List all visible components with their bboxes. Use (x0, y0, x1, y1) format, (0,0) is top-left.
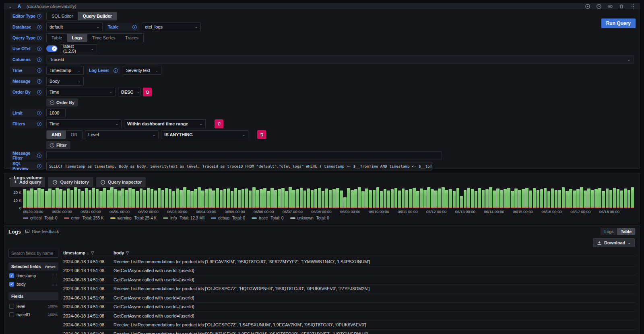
volume-bar[interactable] (85, 188, 88, 208)
run-query-button[interactable]: Run Query (601, 18, 636, 28)
volume-bar[interactable] (522, 189, 525, 208)
otel-version-select[interactable]: latest (1.2.9)⌄ (60, 44, 97, 53)
volume-bar[interactable] (464, 190, 467, 208)
volume-bar[interactable] (292, 190, 295, 208)
info-icon[interactable]: i (37, 47, 41, 51)
volume-bar[interactable] (176, 189, 179, 208)
table-row[interactable]: 2024-06-18 14:51:08Receive ListRecommend… (63, 284, 636, 293)
info-icon[interactable]: i (37, 14, 41, 18)
table-row[interactable]: 2024-06-18 14:51:08GetCartAsync called w… (63, 266, 636, 275)
volume-bar[interactable] (533, 188, 536, 208)
volume-bar[interactable] (136, 191, 139, 208)
query-ref-id[interactable]: A (17, 4, 21, 9)
editor-type-sql-editor[interactable]: SQL Editor (47, 12, 78, 20)
table-row[interactable]: 2024-06-18 14:51:08Receive ListRecommend… (63, 320, 636, 330)
table-row[interactable]: 2024-06-18 14:51:08GetCartAsync called w… (63, 311, 636, 320)
volume-bar[interactable] (438, 189, 441, 208)
volume-bar[interactable] (194, 189, 197, 208)
message-filter-input[interactable] (46, 151, 442, 160)
volume-bar[interactable] (373, 190, 376, 208)
volume-bar[interactable] (103, 188, 106, 208)
table-row[interactable]: 2024-06-18 14:51:08GetCartAsync called w… (63, 293, 636, 302)
volume-bar[interactable] (70, 190, 74, 208)
volume-bar[interactable] (456, 188, 460, 208)
legend-item-error[interactable]: errorTotal: 255 K (64, 216, 104, 220)
volume-bar[interactable] (329, 190, 332, 208)
volume-bar[interactable] (627, 190, 631, 208)
info-icon[interactable]: i (37, 57, 41, 62)
volume-bar[interactable] (576, 189, 580, 208)
volume-bar[interactable] (260, 189, 263, 208)
volume-bar[interactable] (114, 189, 117, 208)
editor-type-query-builder[interactable]: Query Builder (78, 12, 117, 20)
legend-item-info[interactable]: infoTotal: 12.3 Mil (163, 216, 204, 220)
volume-bar[interactable] (427, 187, 430, 208)
volume-bar[interactable] (514, 189, 518, 208)
volume-bar[interactable] (227, 189, 230, 208)
field-checkbox[interactable] (9, 312, 14, 317)
volume-bar[interactable] (394, 188, 398, 208)
query-type-logs[interactable]: Logs (67, 34, 87, 42)
volume-bar[interactable] (234, 188, 237, 208)
volume-bar[interactable] (216, 188, 219, 208)
volume-bar[interactable] (504, 189, 507, 208)
volume-bar[interactable] (380, 191, 383, 208)
field-checkbox[interactable]: ✓ (9, 282, 14, 287)
volume-bar[interactable] (140, 189, 143, 208)
reset-button[interactable]: Reset (45, 264, 56, 269)
volume-bar[interactable] (431, 189, 434, 208)
volume-bar[interactable] (285, 191, 288, 209)
volume-bar[interactable] (511, 191, 514, 208)
volume-bar[interactable] (558, 190, 561, 208)
volume-bar[interactable] (154, 191, 157, 208)
volume-bar[interactable] (63, 191, 66, 208)
volume-bar[interactable] (598, 188, 601, 208)
volume-bar[interactable] (453, 191, 456, 208)
volume-bar[interactable] (198, 187, 201, 208)
info-icon[interactable]: i (37, 164, 41, 168)
eye-icon[interactable] (607, 4, 613, 9)
volume-bar[interactable] (620, 191, 623, 208)
volume-bar[interactable] (413, 188, 416, 208)
volume-bar[interactable] (566, 191, 569, 208)
volume-bar[interactable] (59, 189, 62, 208)
order-by-delete-button[interactable] (143, 88, 152, 96)
field-checkbox[interactable] (9, 304, 14, 309)
volume-bar[interactable] (274, 190, 277, 208)
volume-bar[interactable] (311, 190, 314, 208)
table-row[interactable]: 2024-06-18 14:51:08Receive ListRecommend… (63, 329, 636, 334)
volume-bar[interactable] (369, 190, 372, 208)
volume-bar[interactable] (544, 188, 547, 208)
volume-bar[interactable] (107, 190, 110, 208)
body-column-header[interactable]: body (114, 250, 124, 255)
volume-bar[interactable] (121, 189, 124, 208)
volume-bar[interactable] (238, 190, 241, 208)
filter-funnel-icon[interactable] (91, 251, 94, 255)
volume-bar[interactable] (52, 190, 55, 208)
volume-bar[interactable] (606, 189, 609, 208)
table-row[interactable]: 2024-06-18 14:51:08GetCartAsync called w… (63, 275, 636, 284)
volume-bar[interactable] (110, 187, 114, 208)
volume-bar[interactable] (580, 187, 583, 208)
volume-bar[interactable] (562, 187, 565, 208)
volume-bar[interactable] (41, 189, 44, 208)
add-filter-button[interactable]: +Filter (46, 141, 70, 149)
info-icon[interactable]: i (37, 68, 41, 73)
volume-bar[interactable] (384, 189, 387, 208)
volume-bar[interactable] (445, 190, 448, 208)
drag-handle-icon[interactable]: ⋮⋮ (51, 282, 58, 286)
volume-bar[interactable] (409, 189, 412, 208)
volume-bar[interactable] (336, 188, 339, 208)
info-icon[interactable]: i (37, 90, 41, 94)
limit-input[interactable] (46, 109, 66, 117)
volume-bar[interactable] (147, 188, 150, 208)
volume-bar[interactable] (376, 187, 380, 208)
volume-bar[interactable] (30, 189, 33, 208)
give-feedback-link[interactable]: Give feedback (25, 229, 59, 234)
volume-bar[interactable] (128, 188, 132, 208)
volume-bar[interactable] (74, 187, 77, 208)
sql-preview-code[interactable]: SELECT Timestamp as timestamp, Body as b… (46, 162, 432, 170)
volume-bar[interactable] (343, 197, 347, 208)
info-icon[interactable]: i (37, 154, 41, 158)
volume-bar[interactable] (143, 190, 147, 208)
